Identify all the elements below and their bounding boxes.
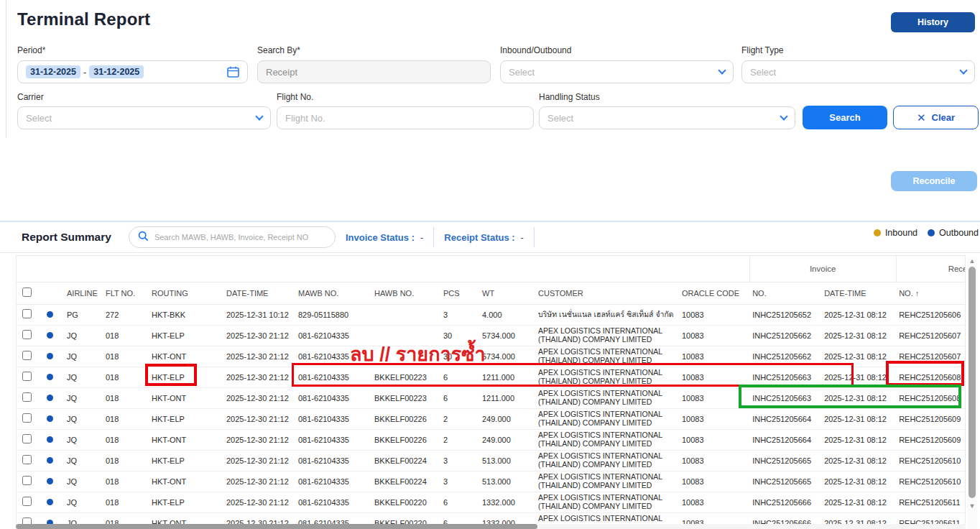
handling-status-select[interactable]: Select xyxy=(539,106,795,129)
direction-dot-cell xyxy=(44,387,64,408)
direction-dot-cell xyxy=(44,429,64,450)
receipt-no-header[interactable]: NO. ↑ xyxy=(896,282,966,304)
history-button[interactable]: History xyxy=(891,12,975,32)
row-checkbox[interactable] xyxy=(22,309,32,318)
flt-no-cell: 018 xyxy=(103,387,149,408)
outbound-dot-icon xyxy=(47,395,53,401)
summary-search-input[interactable] xyxy=(154,233,326,242)
reconcile-button[interactable]: Reconcile xyxy=(891,171,977,191)
row-checkbox-cell xyxy=(17,304,44,325)
airline-cell: PG xyxy=(64,304,103,325)
receipt-no-cell: REHC251205606 xyxy=(896,304,966,325)
vertical-scrollbar[interactable]: ▲ ▼ xyxy=(967,257,977,529)
report-summary-bar: Report Summary Invoice Status : - Receip… xyxy=(0,221,980,253)
customer-header: CUSTOMER xyxy=(535,282,679,304)
sort-ascending-icon[interactable]: ↑ xyxy=(915,289,920,298)
pcs-cell: 2 xyxy=(440,408,479,429)
row-checkbox[interactable] xyxy=(22,413,32,423)
clear-x-icon: ✕ xyxy=(917,111,926,124)
vertical-scrollbar-thumb[interactable] xyxy=(969,267,976,498)
clear-button[interactable]: ✕ Clear xyxy=(893,106,979,129)
scroll-down-arrow-icon[interactable]: ▼ xyxy=(967,502,977,510)
customer-cell: APEX LOGISTICS INTERNATIONAL (THAILAND) … xyxy=(535,325,679,346)
calendar-icon[interactable] xyxy=(227,66,239,78)
oracle-code-cell: 10083 xyxy=(679,387,749,408)
routing-cell: HKT-ONT xyxy=(149,387,223,408)
row-checkbox[interactable] xyxy=(22,351,32,360)
receipt-status-value: - xyxy=(521,232,524,243)
status-divider xyxy=(433,227,434,247)
horizontal-scrollbar[interactable] xyxy=(16,524,966,529)
flight-type-label: Flight Type xyxy=(741,45,783,55)
pcs-cell: 3 xyxy=(440,304,479,325)
customer-cell: APEX LOGISTICS INTERNATIONAL (THAILAND) … xyxy=(535,492,679,512)
flight-no-input[interactable] xyxy=(277,106,534,129)
invoice-date-cell: 2025-12-31 08:12 xyxy=(821,492,896,512)
routing-cell: HKT-ELP xyxy=(149,367,223,387)
inbound-outbound-label: Inbound/Outbound xyxy=(500,45,571,55)
scroll-up-arrow-icon[interactable]: ▲ xyxy=(967,257,977,265)
flight-type-select[interactable]: Select xyxy=(741,60,975,83)
row-checkbox-cell xyxy=(17,492,44,512)
oracle-code-cell: 10083 xyxy=(679,492,749,512)
receipt-no-cell: REHC251205610 xyxy=(896,471,966,492)
chevron-down-icon xyxy=(780,112,787,120)
airline-cell: JQ xyxy=(64,325,103,346)
table-row: JQ 018 HKT-ELP 2025-12-30 21:12 081-6210… xyxy=(17,325,966,346)
outbound-dot-icon xyxy=(47,415,53,422)
carrier-select[interactable]: Select xyxy=(17,106,271,129)
row-checkbox[interactable] xyxy=(22,330,32,339)
row-checkbox[interactable] xyxy=(22,476,32,485)
flt-no-cell: 018 xyxy=(103,346,149,367)
airline-cell: JQ xyxy=(64,429,103,450)
row-checkbox[interactable] xyxy=(22,434,32,443)
row-checkbox[interactable] xyxy=(22,372,32,381)
horizontal-scrollbar-thumb[interactable] xyxy=(16,524,537,529)
invoice-no-cell: INHC251205663 xyxy=(749,367,821,387)
receipt-no-cell: REHC251205608 xyxy=(896,387,966,408)
select-all-checkbox[interactable] xyxy=(22,288,32,297)
outbound-dot-icon xyxy=(928,229,935,236)
date-time-cell: 2025-12-30 21:12 xyxy=(223,387,295,408)
oracle-code-cell: 10083 xyxy=(679,325,749,346)
direction-dot-cell xyxy=(44,408,64,429)
airline-cell: JQ xyxy=(64,471,103,492)
outbound-dot-icon xyxy=(47,436,53,443)
mawb-no-cell: 829-05115880 xyxy=(295,304,371,325)
search-by-label: Search By* xyxy=(257,45,300,55)
invoice-date-cell: 2025-12-31 08:12 xyxy=(821,346,896,367)
pcs-cell: 3 xyxy=(440,450,479,471)
inbound-outbound-select[interactable]: Select xyxy=(500,60,734,83)
table-row: JQ 018 HKT-ELP 2025-12-30 21:12 081-6210… xyxy=(17,408,966,429)
search-by-value: Receipt xyxy=(266,67,297,78)
terminal-report-page: Terminal Report History Period* 31-12-20… xyxy=(0,0,980,529)
inbound-outbound-placeholder: Select xyxy=(509,67,535,78)
airline-cell: JQ xyxy=(64,492,103,512)
wt-cell: 1332.000 xyxy=(479,492,535,512)
direction-dot-cell xyxy=(44,471,64,492)
search-button[interactable]: Search xyxy=(803,106,887,129)
summary-search-box[interactable] xyxy=(129,226,336,248)
group-header-spacer xyxy=(17,256,749,282)
direction-dot-cell xyxy=(44,367,64,387)
row-checkbox[interactable] xyxy=(22,455,32,464)
routing-cell: HKT-ELP xyxy=(149,450,223,471)
period-to-value[interactable]: 31-12-2025 xyxy=(89,65,144,78)
handling-status-label: Handling Status xyxy=(539,92,600,102)
invoice-no-cell: INHC251205664 xyxy=(749,429,821,450)
flight-no-label: Flight No. xyxy=(277,92,313,102)
table-row: JQ 018 HKT-ELP 2025-12-30 21:12 081-6210… xyxy=(17,450,966,471)
period-from-value[interactable]: 31-12-2025 xyxy=(26,65,80,78)
row-checkbox[interactable] xyxy=(22,497,32,506)
oracle-code-cell: 10083 xyxy=(679,471,749,492)
receipt-no-cell: REHC251205608 xyxy=(896,367,966,387)
receipt-status-label: Receipt Status : xyxy=(444,232,514,243)
wt-header: WT xyxy=(479,282,535,304)
mawb-no-cell: 081-62104335 xyxy=(295,429,371,450)
legend-inbound: Inbound xyxy=(874,228,917,238)
date-time-cell: 2025-12-30 21:12 xyxy=(223,492,295,512)
handling-status-placeholder: Select xyxy=(547,113,573,124)
row-checkbox[interactable] xyxy=(22,392,32,402)
period-date-range-field[interactable]: 31-12-2025 - 31-12-2025 xyxy=(17,60,248,83)
chevron-down-icon xyxy=(959,66,967,74)
